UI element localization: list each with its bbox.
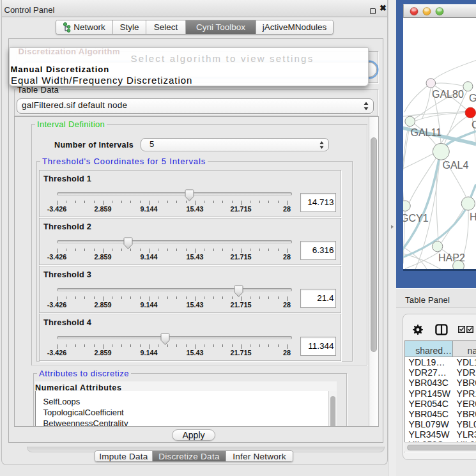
attributes-group-title: Attributes to discretize: [37, 369, 131, 378]
slider-tick: [66, 344, 66, 347]
tab-style[interactable]: Style: [113, 20, 146, 34]
slider-tick: [250, 201, 250, 203]
threshold-1-slider-track[interactable]: [57, 192, 292, 196]
table-row[interactable]: YDR27…YDR277C: [405, 367, 476, 378]
network-node-GAL80[interactable]: [426, 78, 436, 88]
tab-discretize-data[interactable]: Discretize Data: [153, 451, 226, 461]
tab-label: Cyni Toolbox: [196, 22, 245, 32]
table-row[interactable]: YPR145WYPR145W: [405, 388, 476, 399]
attribute-item-selfloops[interactable]: SelfLoops: [36, 396, 337, 407]
numerical-attributes-list[interactable]: SelfLoopsTopologicalCoefficientBetweenne…: [35, 391, 337, 427]
tab-infer-network[interactable]: Infer Network: [226, 451, 293, 461]
table-data-combobox[interactable]: galFiltered.sif default node: [17, 98, 374, 114]
slider-tick: [103, 296, 104, 301]
dropdown-item-manual-discretization[interactable]: Manual Discretization: [11, 65, 110, 74]
network-node-label: GAL4: [443, 159, 469, 170]
float-window-icon[interactable]: [370, 8, 376, 14]
dropdown-item-equal-width[interactable]: Equal Width/Frequency Discretization: [11, 75, 192, 86]
slider-tick-label: 21.715: [230, 301, 251, 309]
cell-name: YBR045C: [454, 409, 476, 419]
slider-tick: [250, 249, 250, 251]
threshold-2-slider-thumb[interactable]: [123, 237, 133, 250]
checkbox-icon[interactable]: [466, 326, 473, 333]
threshold-3-slider-thumb[interactable]: [234, 285, 243, 298]
slider-tick-label: 15.43: [186, 301, 203, 309]
table-header-row: shared… name: [404, 341, 476, 357]
slider-tick: [213, 344, 214, 347]
checkbox-icon[interactable]: [458, 326, 465, 333]
threshold-4-value-field[interactable]: 11.344: [300, 337, 336, 356]
attributes-list-scrollbar[interactable]: [328, 391, 337, 427]
network-node-GCY1[interactable]: [403, 201, 410, 211]
slider-tick: [241, 201, 242, 205]
slider-tick: [186, 296, 187, 299]
slider-tick: [94, 296, 95, 299]
tab-select[interactable]: Select: [146, 20, 186, 34]
network-node-HIS4[interactable]: [461, 197, 475, 210]
threshold-3-slider-track[interactable]: [57, 288, 292, 291]
network-edge[interactable]: [434, 60, 476, 79]
threshold-4-slider-thumb[interactable]: [160, 333, 170, 346]
network-edge[interactable]: [422, 88, 431, 118]
tab-jactivemnodules[interactable]: jActiveMNodules: [256, 20, 333, 34]
attribute-item-topologicalcoefficient[interactable]: TopologicalCoefficient: [36, 407, 337, 418]
threshold-2-slider-track[interactable]: [57, 240, 292, 243]
tab-label: Infer Network: [233, 452, 286, 461]
slider-tick: [204, 249, 204, 251]
slider-tick: [268, 344, 269, 347]
table-row[interactable]: YBR045CYBR045C: [405, 409, 476, 419]
network-node-HAP2[interactable]: [432, 241, 442, 251]
settings-vertical-scrollbar[interactable]: [369, 117, 378, 426]
split-pane-divider[interactable]: [388, 0, 396, 476]
slider-tick: [176, 201, 177, 203]
table-row[interactable]: YER054CYER054C: [405, 399, 476, 409]
network-node-GAL4[interactable]: [433, 143, 449, 160]
network-edge[interactable]: [409, 157, 436, 203]
network-node-GAL3[interactable]: [463, 81, 473, 91]
threshold-1-value-field[interactable]: 14.713: [300, 193, 336, 212]
network-edge[interactable]: [415, 112, 465, 121]
cell-shared-name: YLR345W: [405, 429, 454, 440]
network-node-label: CYC8: [472, 119, 476, 130]
apply-button[interactable]: Apply: [172, 429, 215, 441]
dropdown-hint-item[interactable]: Select algorithm to view settings: [131, 53, 314, 64]
number-of-intervals-combobox[interactable]: 5: [141, 138, 329, 151]
slider-tick: [66, 201, 66, 203]
divider-expand-icon[interactable]: [391, 225, 394, 229]
tab-impute-data[interactable]: Impute Data: [95, 451, 153, 461]
table-horizontal-scrollbar[interactable]: [404, 442, 476, 452]
table-row[interactable]: YLR345WYLR345W: [405, 429, 476, 440]
table-row[interactable]: YDL19…YDL194W: [405, 357, 476, 367]
network-view-canvas[interactable]: GAL80GAL3CYC8GAL11GAL4GCY1HIS4HAP2: [403, 18, 476, 269]
close-icon[interactable]: ✖: [380, 3, 387, 13]
columns-icon[interactable]: [435, 324, 448, 335]
tab-cyni-toolbox[interactable]: Cyni Toolbox: [186, 20, 256, 34]
slider-tick: [195, 249, 196, 253]
table-row[interactable]: YBL079WYBL079W: [405, 419, 476, 429]
slider-tick: [121, 201, 122, 203]
node-attribute-table: shared… name YDL19…YDL194WYDR27…YDR277CY…: [404, 341, 476, 453]
threshold-3-value-field[interactable]: 21.4: [300, 289, 336, 308]
slider-tick-label: 21.715: [230, 205, 251, 213]
network-edge[interactable]: [434, 82, 463, 86]
tab-network[interactable]: Network: [56, 20, 113, 34]
threshold-4-panel: Threshold 4-3.4262.8599.14415.4321.71528…: [39, 314, 341, 361]
network-node-GAL11[interactable]: [405, 116, 415, 127]
gear-icon[interactable]: [413, 325, 423, 335]
slider-tick: [195, 201, 196, 205]
attribute-item-betweennesscentrality[interactable]: BetweennessCentrality: [36, 418, 337, 427]
threshold-3-value: 21.4: [317, 289, 334, 307]
traffic-light-buttons[interactable]: [410, 4, 454, 19]
threshold-2-value-field[interactable]: 6.316: [300, 241, 336, 260]
threshold-2-value: 6.316: [312, 242, 334, 259]
column-header-shared-name[interactable]: shared…: [404, 341, 453, 357]
table-row[interactable]: YBR043CYBR043C: [405, 378, 476, 388]
network-node-CYC8[interactable]: [465, 107, 475, 118]
slider-tick-label: 28: [283, 253, 291, 261]
column-header-name[interactable]: name: [453, 341, 476, 357]
threshold-4-slider-track[interactable]: [57, 336, 292, 339]
threshold-1-slider-thumb[interactable]: [185, 189, 194, 202]
table-panel-title: Table Panel: [405, 291, 450, 309]
slider-tick: [84, 344, 85, 347]
network-edge[interactable]: [404, 85, 428, 112]
